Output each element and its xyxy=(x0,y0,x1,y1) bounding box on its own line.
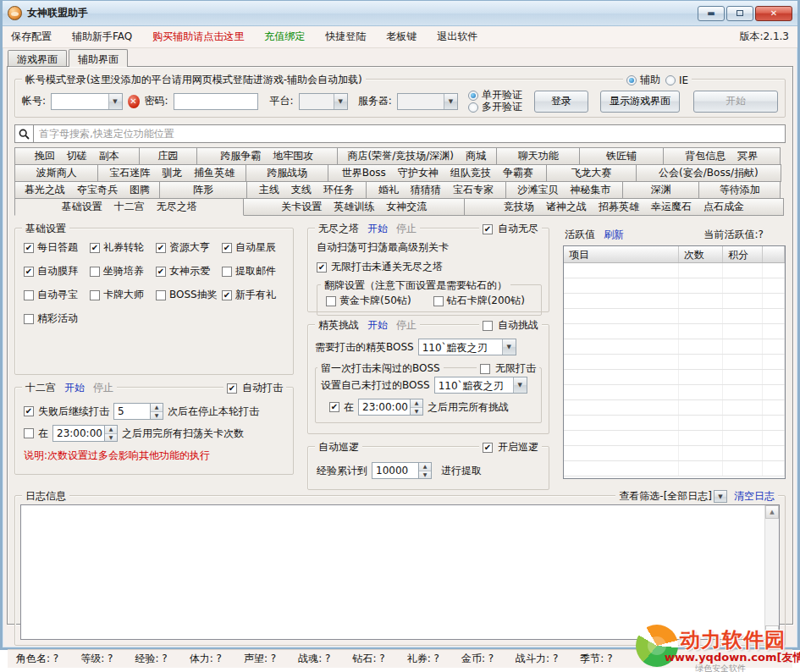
log-area[interactable]: ▲ ▼ xyxy=(20,504,780,640)
nav-cell[interactable]: 公会(宴会/Boss/捐献) xyxy=(636,164,781,182)
checkbox-icon[interactable] xyxy=(222,243,232,253)
nav-cell[interactable]: 关卡设置英雄训练女神交流 xyxy=(243,198,464,216)
activity-column-header[interactable]: 积分 xyxy=(723,246,763,262)
table-row[interactable] xyxy=(564,294,785,309)
log-text[interactable] xyxy=(21,505,764,639)
menu-item[interactable]: 快捷登陆 xyxy=(325,30,366,44)
nav-tab-label[interactable]: 基础设置 xyxy=(62,200,102,214)
basic-checkbox[interactable]: BOSS抽奖 xyxy=(156,288,220,302)
basic-checkbox[interactable]: 提取邮件 xyxy=(222,264,286,278)
server-combo[interactable]: ▼ xyxy=(397,93,458,110)
nav-cell[interactable]: 沙滩宝贝神秘集市 xyxy=(505,181,623,199)
table-row[interactable] xyxy=(564,370,785,385)
nav-tab-label[interactable]: 竞技场 xyxy=(504,200,534,214)
diamond-card-checkbox[interactable]: 钻石卡牌(200钻) xyxy=(433,294,525,308)
password-input[interactable] xyxy=(174,93,258,110)
maximize-button[interactable] xyxy=(726,6,753,21)
chevron-down-icon[interactable]: ▼ xyxy=(444,94,457,109)
zodiac-start-link[interactable]: 开始 xyxy=(64,381,85,395)
elite-boss-combo[interactable]: 110`黯夜之刃 ▼ xyxy=(418,339,516,355)
nav-tab-label[interactable]: 婚礼 xyxy=(378,183,399,197)
elite-start-link[interactable]: 开始 xyxy=(367,318,388,333)
nav-tab-label[interactable]: 深渊 xyxy=(651,183,671,197)
log-filter-dropdown[interactable]: 查看筛选-[全部日志] ▼ xyxy=(619,489,727,504)
nav-tab-label[interactable]: 捕鱼英雄 xyxy=(194,166,234,180)
table-row[interactable] xyxy=(564,431,785,446)
table-row[interactable] xyxy=(564,355,785,370)
chevron-down-icon[interactable]: ▼ xyxy=(108,94,122,109)
checkbox-icon[interactable] xyxy=(222,267,232,277)
assist-mode-radio[interactable]: 辅助 xyxy=(626,73,660,87)
nav-tab-label[interactable]: 切磋 xyxy=(67,149,87,163)
nav-tab-label[interactable]: 神秘集市 xyxy=(571,183,611,197)
nav-tab-label[interactable]: 商店(荣誉/竞技场/深渊) xyxy=(348,149,454,163)
nav-tab-label[interactable]: 驯龙 xyxy=(162,166,182,180)
basic-checkbox[interactable]: 女神示爱 xyxy=(156,264,220,278)
single-verify-radio[interactable]: 单开验证 xyxy=(468,90,522,101)
table-row[interactable] xyxy=(564,263,785,278)
tab-inactive[interactable]: 游戏界面 xyxy=(8,50,67,66)
nav-tab-label[interactable]: 支线 xyxy=(291,183,312,197)
checkbox-icon[interactable] xyxy=(24,314,34,324)
nav-tab-label[interactable]: 阵形 xyxy=(193,183,213,197)
menu-item[interactable]: 老板键 xyxy=(386,30,417,44)
nav-cell[interactable]: 世界Boss守护女神组队竞技争霸赛 xyxy=(328,164,547,182)
checkbox-icon[interactable] xyxy=(156,243,166,253)
login-button[interactable]: 登录 xyxy=(534,91,588,113)
menu-item[interactable]: 充值绑定 xyxy=(264,30,305,44)
basic-checkbox[interactable]: 资源大亨 xyxy=(156,240,220,255)
nav-tab-label[interactable]: 跨服战场 xyxy=(267,166,307,180)
account-combo[interactable]: ▼ xyxy=(51,93,122,110)
menu-item[interactable]: 保存配置 xyxy=(11,30,52,44)
nav-cell[interactable]: 铁匠铺 xyxy=(579,147,663,165)
nav-tab-label[interactable]: 公会(宴会/Boss/捐献) xyxy=(659,166,759,180)
nav-tab-label[interactable]: 庄园 xyxy=(157,149,178,163)
basic-checkbox[interactable]: 自动膜拜 xyxy=(24,264,88,278)
menu-item[interactable]: 辅助新手FAQ xyxy=(72,30,132,44)
scroll-up-icon[interactable]: ▲ xyxy=(765,505,779,519)
nav-tab-label[interactable]: 波斯商人 xyxy=(36,166,77,180)
tower-unlimited-checkbox[interactable] xyxy=(317,262,327,273)
nav-tab-label[interactable]: 争霸赛 xyxy=(503,166,533,180)
nav-cell[interactable]: 跨服战场 xyxy=(246,164,328,182)
nav-tab-label[interactable]: 副本 xyxy=(99,149,119,163)
elite-auto-checkbox-icon[interactable] xyxy=(483,321,493,331)
start-button[interactable]: 开始 xyxy=(693,91,778,113)
menu-item[interactable]: 退出软件 xyxy=(437,30,477,44)
activity-column-header[interactable] xyxy=(763,246,785,262)
elite-auto-checkbox[interactable]: 自动挑战 xyxy=(479,318,542,333)
multi-verify-radio-icon[interactable] xyxy=(468,102,478,113)
table-row[interactable] xyxy=(564,309,785,324)
chevron-down-icon[interactable]: ▼ xyxy=(334,94,347,109)
nav-tab-label[interactable]: 女神交流 xyxy=(386,200,427,214)
nav-tab-label[interactable]: 宝石迷阵 xyxy=(109,166,150,180)
activity-table[interactable]: 项目次数积分 xyxy=(563,245,786,479)
checkbox-icon[interactable] xyxy=(90,290,100,300)
nav-tab-label[interactable]: 环任务 xyxy=(323,183,354,197)
nav-tab-label[interactable]: 宝石专家 xyxy=(453,183,494,197)
log-scrollbar[interactable]: ▲ ▼ xyxy=(764,505,779,639)
nav-tab-label[interactable]: 世界Boss xyxy=(342,166,386,180)
zodiac-retry-value[interactable]: 5 xyxy=(113,403,151,420)
ie-mode-radio[interactable]: IE xyxy=(665,74,688,86)
activity-column-header[interactable]: 项目 xyxy=(564,246,679,262)
nav-cell[interactable]: 婚礼猜猜猜宝石专家 xyxy=(366,181,506,199)
nav-tab-label[interactable]: 暮光之战 xyxy=(25,183,65,197)
nav-tab-label[interactable]: 商城 xyxy=(466,149,486,163)
checkbox-icon[interactable] xyxy=(156,290,166,300)
table-row[interactable] xyxy=(564,461,785,476)
nav-cell[interactable]: 等待添加 xyxy=(698,181,781,199)
nav-cell[interactable]: 背包信息冥界 xyxy=(663,147,781,165)
ie-radio-icon[interactable] xyxy=(665,75,676,85)
basic-checkbox[interactable]: 礼券转轮 xyxy=(90,240,154,255)
basic-checkbox[interactable]: 每日答题 xyxy=(24,240,88,255)
nav-tab-label[interactable]: 夺宝奇兵 xyxy=(77,183,118,197)
stepper-arrows[interactable]: ▲▼ xyxy=(411,399,423,416)
zodiac-retry-stepper[interactable]: 5 ▲▼ xyxy=(113,403,163,420)
checkbox-icon[interactable] xyxy=(24,243,34,253)
close-button[interactable]: ✕ xyxy=(755,6,792,21)
nav-cell[interactable]: 基础设置十二宫无尽之塔 xyxy=(14,198,244,216)
elite-stop-link[interactable]: 停止 xyxy=(396,318,417,333)
table-row[interactable] xyxy=(564,385,785,400)
nav-tab-label[interactable]: 猜猜猜 xyxy=(411,183,441,197)
